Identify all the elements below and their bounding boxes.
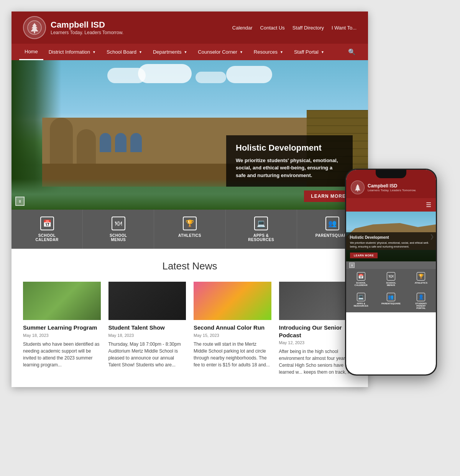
news-title-1[interactable]: Student Talent Show (108, 324, 186, 332)
phone-label-parentsquare: PARENTSQUARE (381, 302, 401, 305)
svg-rect-1 (34, 31, 35, 33)
svg-rect-2 (357, 190, 358, 192)
search-icon[interactable]: 🔍 (343, 44, 360, 60)
news-title: Latest News (23, 260, 356, 272)
news-section: Latest News Summer Learning Program May … (12, 249, 368, 387)
nav-departments[interactable]: Departments ▼ (148, 44, 192, 59)
phone-student-portal-icon: 👤 (417, 293, 425, 301)
nav-counselor[interactable]: Counselor Corner ▼ (192, 44, 248, 59)
content-wrapper: Campbell ISD Learners Today. Leaders Tom… (12, 11, 449, 387)
phone-athletics-icon: 🏆 (417, 272, 425, 281)
news-title-2[interactable]: Second Annual Color Run (194, 324, 271, 332)
phone-label-calendar: SCHOOLCALENDAR (355, 282, 368, 286)
icon-label-calendar: SCHOOLCALENDAR (36, 233, 59, 242)
site-name: Campbell ISD (51, 20, 123, 30)
menus-icon: 🍽 (112, 217, 125, 230)
news-card-1: Student Talent Show May 18, 2023 Thursda… (108, 282, 186, 376)
phone-pause-bar: ⏸ (346, 261, 436, 269)
nav-home[interactable]: Home (19, 44, 43, 60)
nav-district[interactable]: District Information ▼ (43, 44, 101, 59)
phone-label-student-portal: STUDENT/PARENTPORTAL (415, 302, 427, 309)
logo-circle (23, 16, 46, 39)
top-links: Calendar Contact Us Staff Directory I Wa… (232, 25, 356, 31)
icon-label-apps: APPS &RESOURCES (248, 233, 274, 242)
news-excerpt-1: Thursday, May 18 7:00pm - 8:30pm Auditor… (108, 341, 186, 368)
icon-bar: 📅 SCHOOLCALENDAR 🍽 SCHOOLMENUS 🏆 ATHLETI… (12, 210, 368, 249)
logo-area: Campbell ISD Learners Today. Leaders Tom… (23, 16, 123, 39)
athletics-icon: 🏆 (183, 217, 197, 230)
news-image-0 (23, 282, 101, 320)
phone-logo-circle (351, 181, 365, 194)
phone-hero-desc: We prioritize students' physical, emotio… (350, 241, 432, 249)
phone-notch (376, 170, 406, 178)
phone-pause-icon: ⏸ (351, 264, 353, 267)
icon-bar-school-calendar[interactable]: 📅 SCHOOLCALENDAR (12, 210, 83, 249)
phone-hero: ❮ ❯ Holistic Development We prioritize s… (346, 212, 436, 261)
icon-bar-school-menus[interactable]: 🍽 SCHOOLMENUS (83, 210, 154, 249)
hero-title: Holistic Development (236, 143, 343, 153)
icon-label-parentsquare: PARENTSQUARE (315, 233, 350, 238)
hero-description: We prioritize students' physical, emotio… (236, 157, 343, 179)
apps-icon: 💻 (254, 217, 268, 230)
phone-hero-title: Holistic Development (350, 235, 432, 240)
phone-calendar-icon: 📅 (357, 272, 365, 281)
phone-icon-calendar[interactable]: 📅 SCHOOLCALENDAR (346, 269, 376, 289)
desktop-site: Campbell ISD Learners Today. Leaders Tom… (12, 11, 368, 387)
hero-pause-button[interactable]: ⏸ (15, 197, 25, 206)
icon-label-menus: SCHOOLMENUS (110, 233, 127, 242)
top-link-contact[interactable]: Contact Us (260, 25, 285, 31)
phone-site-name: Campbell ISD (368, 183, 416, 189)
top-bar: Campbell ISD Learners Today. Leaders Tom… (12, 11, 368, 44)
top-link-iwantto[interactable]: I Want To... (332, 25, 356, 31)
nav-staff-portal[interactable]: Staff Portal ▼ (289, 44, 330, 59)
phone-parentsquare-icon: 👥 (387, 293, 395, 301)
news-image-2 (194, 282, 271, 320)
news-excerpt-2: The route will start in the Mertz Middle… (194, 341, 271, 368)
news-card-0: Summer Learning Program May 18, 2023 Stu… (23, 282, 101, 376)
news-date-1: May 18, 2023 (108, 333, 186, 338)
top-link-calendar[interactable]: Calendar (232, 25, 253, 31)
phone-icon-athletics[interactable]: 🏆 ATHLETICS (406, 269, 436, 289)
page-wrapper: Campbell ISD Learners Today. Leaders Tom… (0, 0, 460, 476)
news-date-0: May 18, 2023 (23, 333, 101, 338)
nav-bar: Home District Information ▼ School Board… (12, 44, 368, 60)
phone-icon-apps[interactable]: 💻 APPS &RESOURCES (346, 290, 376, 312)
phone-learn-more-button[interactable]: LEARN MORE (350, 253, 378, 258)
nav-resources[interactable]: Resources ▼ (248, 44, 289, 59)
phone-icon-bar: 📅 SCHOOLCALENDAR 🍽 SCHOOLMENUS 🏆 ATHLETI… (346, 269, 436, 312)
hamburger-menu-icon[interactable]: ☰ (426, 201, 431, 208)
phone-icon-menus[interactable]: 🍽 SCHOOLMENUS (376, 269, 406, 289)
phone-menus-icon: 🍽 (387, 272, 395, 281)
phone-pause-button[interactable]: ⏸ (349, 263, 355, 268)
icon-label-athletics: ATHLETICS (178, 233, 201, 238)
phone-logo-text: Campbell ISD Learners Today. Leaders Tom… (368, 183, 416, 192)
news-date-2: May 15, 2023 (194, 333, 271, 338)
news-grid: Summer Learning Program May 18, 2023 Stu… (23, 282, 356, 376)
phone-apps-icon: 💻 (357, 293, 365, 301)
phone-label-apps: APPS &RESOURCES (354, 302, 368, 307)
calendar-icon: 📅 (40, 217, 54, 230)
site-tagline: Learners Today. Leaders Tomorrow. (51, 30, 123, 35)
nav-school-board[interactable]: School Board ▼ (101, 44, 148, 59)
phone-hero-overlay: Holistic Development We prioritize stude… (346, 232, 436, 261)
icon-bar-athletics[interactable]: 🏆 ATHLETICS (154, 210, 225, 249)
icon-bar-apps[interactable]: 💻 APPS &RESOURCES (226, 210, 297, 249)
news-title-0[interactable]: Summer Learning Program (23, 324, 101, 332)
phone-nav-bar: ☰ (346, 198, 436, 212)
pause-icon: ⏸ (18, 199, 22, 204)
phone-label-athletics: ATHLETICS (415, 282, 427, 284)
phone-screen: Campbell ISD Learners Today. Leaders Tom… (346, 170, 436, 374)
news-excerpt-0: Students who have been identified as nee… (23, 341, 101, 368)
phone-site-tagline: Learners Today. Leaders Tomorrow. (368, 189, 416, 192)
phone-icon-student-portal[interactable]: 👤 STUDENT/PARENTPORTAL (406, 290, 436, 312)
news-image-1 (108, 282, 186, 320)
mobile-phone: Campbell ISD Learners Today. Leaders Tom… (345, 169, 437, 376)
logo-text: Campbell ISD Learners Today. Leaders Tom… (51, 20, 123, 35)
news-card-2: Second Annual Color Run May 15, 2023 The… (194, 282, 271, 376)
phone-icon-parentsquare[interactable]: 👥 PARENTSQUARE (376, 290, 406, 312)
hero-section: Holistic Development We prioritize stude… (12, 60, 368, 210)
top-link-staff-directory[interactable]: Staff Directory (292, 25, 324, 31)
parentsquare-icon: 👥 (325, 217, 339, 230)
hero-overlay: Holistic Development We prioritize stude… (226, 135, 353, 187)
phone-label-menus: SCHOOLMENUS (386, 282, 396, 286)
